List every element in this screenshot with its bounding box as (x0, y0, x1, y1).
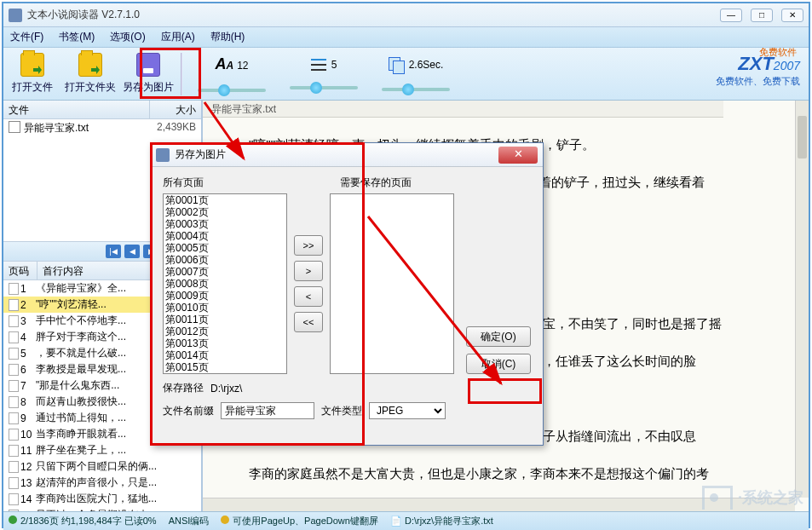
file-row[interactable]: 异能寻宝家.txt 2,439KB (3, 119, 201, 137)
menu-help[interactable]: 帮助(H) (210, 30, 245, 44)
line-spacing-value: 5 (331, 59, 337, 71)
open-folder-button[interactable]: 打开文件夹 (61, 53, 119, 95)
move-right-button[interactable]: > (294, 261, 323, 281)
open-file-button[interactable]: 打开文件 (3, 53, 61, 95)
save-as-image-button[interactable]: 另存为图片 (119, 53, 177, 95)
dialog-close-button[interactable]: ✕ (498, 147, 538, 164)
pages-icon (389, 57, 404, 72)
selected-pages-listbox[interactable] (330, 193, 454, 374)
page-option[interactable]: 第0013页 (164, 337, 286, 349)
all-pages-listbox[interactable]: 第0001页第0002页第0003页第0004页第0005页第0006页第000… (163, 193, 287, 374)
folder-arrow-icon (78, 53, 102, 77)
statusbar: 2/1836页 约1,198,484字 已读0% ANSI编码 可使用PageU… (3, 511, 809, 530)
move-left-button[interactable]: < (294, 286, 323, 307)
status-tip: 可使用PageUp、PageDown键翻屏 (233, 516, 378, 526)
line-spacing-slider[interactable] (290, 86, 358, 89)
interval-value: 2.6Sec. (409, 59, 444, 71)
vertical-scrollbar[interactable] (795, 101, 809, 498)
open-file-label: 打开文件 (12, 81, 53, 93)
save-path-label: 保存路径 (163, 381, 204, 395)
save-path-value: D:\rjxz\ (210, 383, 242, 395)
status-bulb-icon (221, 516, 229, 524)
type-label: 文件类型 (321, 404, 362, 418)
status-pages: 2/1836页 (20, 516, 59, 526)
menubar: 文件(F) 书签(M) 选项(O) 应用(A) 帮助(H) (3, 27, 809, 48)
page-option[interactable]: 第0016页 (164, 373, 286, 374)
font-size-value: 12 (237, 60, 248, 72)
file-list-header: 文件 大小 (3, 101, 201, 119)
open-folder-label: 打开文件夹 (65, 81, 116, 93)
zxt-text: ZXT (738, 53, 774, 74)
page-option[interactable]: 第0014页 (164, 349, 286, 361)
maximize-button[interactable]: □ (751, 9, 773, 22)
page-option[interactable]: 第0015页 (164, 361, 286, 373)
page-row[interactable]: 14李商跨出医院大门，猛地... (3, 491, 201, 507)
prefix-label: 文件名前缀 (163, 404, 214, 418)
move-all-right-button[interactable]: >> (294, 235, 323, 256)
titlebar: 文本小说阅读器 V2.7.1.0 — □ ✕ (3, 3, 809, 27)
file-header-name[interactable]: 文件 (3, 101, 150, 118)
close-button[interactable]: ✕ (781, 9, 803, 22)
dialog-titlebar: 另存为图片 ✕ (151, 143, 543, 167)
page-option[interactable]: 第0004页 (164, 230, 286, 242)
page-option[interactable]: 第0008页 (164, 278, 286, 290)
line-spacing-icon (311, 59, 326, 71)
page-option[interactable]: 第0007页 (164, 266, 286, 278)
font-size-icon: AA (215, 55, 233, 73)
file-size: 2,439KB (145, 121, 196, 135)
file-name: 异能寻宝家.txt (24, 121, 89, 135)
page-option[interactable]: 第0009页 (164, 290, 286, 302)
floppy-disk-icon (136, 53, 160, 77)
status-path: D:\rjxz\异能寻宝家.txt (405, 516, 493, 526)
horizontal-scrollbar[interactable] (203, 498, 795, 511)
page-option[interactable]: 第0012页 (164, 325, 286, 337)
page-option[interactable]: 第0003页 (164, 218, 286, 230)
need-save-label: 需要保存的页面 (340, 176, 412, 190)
window-title: 文本小说阅读器 V2.7.1.0 (27, 8, 720, 22)
prefix-input[interactable] (221, 402, 314, 419)
zxt-subtitle: 免费软件、免费下载 (716, 75, 800, 88)
page-row[interactable]: 13赵清萍的声音很小，只是... (3, 475, 201, 491)
page-option[interactable]: 第0001页 (164, 194, 286, 206)
menu-apply[interactable]: 应用(A) (161, 30, 195, 44)
dialog-title: 另存为图片 (175, 147, 498, 162)
toolbar-separator (181, 53, 182, 95)
interval-slider[interactable] (382, 88, 450, 91)
all-pages-label: 所有页面 (163, 176, 204, 190)
page-option[interactable]: 第0011页 (164, 314, 286, 325)
menu-options[interactable]: 选项(O) (110, 30, 145, 44)
zxt-year: 2007 (774, 59, 800, 72)
file-type-select[interactable]: JPEG (369, 402, 446, 419)
minimize-button[interactable]: — (720, 9, 742, 22)
reader-line: 李商的家庭虽然不是大富大贵，但也是小康之家，李商本来不是想报这个偏门的考 (223, 458, 788, 489)
folder-icon (20, 53, 44, 77)
status-dot-icon (9, 516, 17, 524)
status-encoding: ANSI编码 (169, 515, 210, 527)
page-option[interactable]: 第0002页 (164, 206, 286, 218)
zxt-logo: ZXT2007 免费软件、免费下载 (716, 53, 800, 88)
page-option[interactable]: 第0006页 (164, 254, 286, 266)
save-as-image-label: 另存为图片 (123, 81, 174, 93)
app-icon (9, 9, 22, 22)
reader-filename: 异能寻宝家.txt (203, 101, 723, 118)
page-option[interactable]: 第0005页 (164, 242, 286, 254)
menu-bookmark[interactable]: 书签(M) (59, 30, 95, 44)
file-header-size[interactable]: 大小 (150, 101, 201, 118)
toolbar: 免费软件 打开文件 打开文件夹 另存为图片 AA 12 (3, 48, 809, 101)
page-row[interactable]: 15只不过一个多星期没有来... (3, 507, 201, 511)
first-page-button[interactable]: |◀ (106, 245, 121, 258)
menu-file[interactable]: 文件(F) (10, 30, 43, 44)
status-read: 已读0% (124, 516, 157, 526)
font-size-slider[interactable] (198, 89, 266, 92)
page-option[interactable]: 第0010页 (164, 302, 286, 314)
text-file-icon (9, 121, 20, 133)
page-row[interactable]: 12只留下两个目瞪口呆的俩... (3, 458, 201, 475)
page-header-num[interactable]: 页码 (3, 262, 37, 279)
status-chars: 约1,198,484字 (61, 516, 122, 526)
move-all-left-button[interactable]: << (294, 312, 323, 332)
save-as-image-dialog: 另存为图片 ✕ 所有页面 需要保存的页面 第0001页第0002页第0003页第… (150, 142, 544, 446)
dialog-icon (156, 148, 170, 162)
cancel-button[interactable]: 取消(C) (466, 354, 531, 374)
ok-button[interactable]: 确定(O) (466, 326, 531, 347)
prev-page-button[interactable]: ◀ (124, 245, 140, 258)
